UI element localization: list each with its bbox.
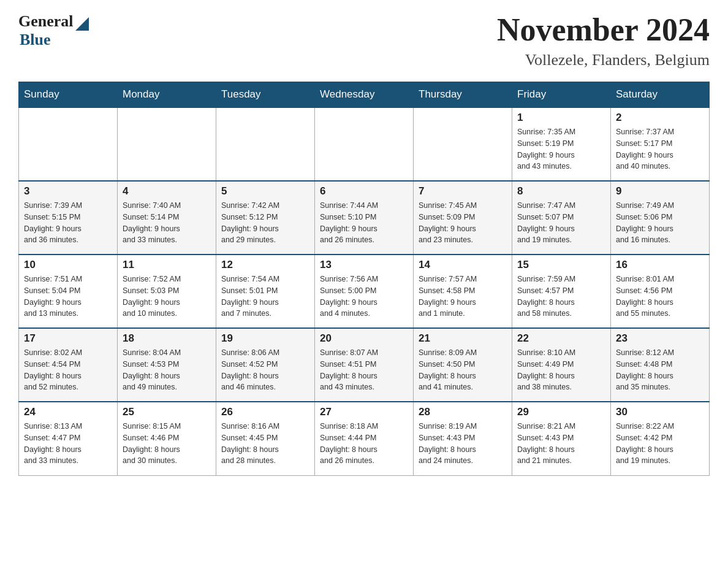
page-header: General Blue November 2024 Vollezele, Fl… (18, 12, 710, 69)
day-info: Sunrise: 8:13 AMSunset: 4:47 PMDaylight:… (24, 421, 112, 467)
weekday-header: Wednesday (315, 82, 414, 108)
day-number: 21 (419, 332, 507, 345)
calendar-cell: 28Sunrise: 8:19 AMSunset: 4:43 PMDayligh… (414, 402, 512, 475)
calendar-cell: 14Sunrise: 7:57 AMSunset: 4:58 PMDayligh… (414, 255, 512, 328)
calendar-cell: 8Sunrise: 7:47 AMSunset: 5:07 PMDaylight… (512, 181, 611, 255)
day-info: Sunrise: 7:37 AMSunset: 5:17 PMDaylight:… (616, 126, 704, 172)
calendar-cell: 23Sunrise: 8:12 AMSunset: 4:48 PMDayligh… (611, 328, 710, 402)
day-info: Sunrise: 7:54 AMSunset: 5:01 PMDaylight:… (221, 274, 309, 320)
weekday-header: Thursday (414, 82, 512, 108)
day-info: Sunrise: 8:19 AMSunset: 4:43 PMDaylight:… (419, 421, 507, 467)
day-info: Sunrise: 7:35 AMSunset: 5:19 PMDaylight:… (517, 126, 605, 172)
day-number: 20 (320, 332, 408, 345)
day-info: Sunrise: 7:40 AMSunset: 5:14 PMDaylight:… (123, 200, 211, 246)
calendar-table: SundayMondayTuesdayWednesdayThursdayFrid… (18, 82, 710, 476)
calendar-cell: 9Sunrise: 7:49 AMSunset: 5:06 PMDaylight… (611, 181, 710, 255)
calendar-cell: 29Sunrise: 8:21 AMSunset: 4:43 PMDayligh… (512, 402, 611, 475)
weekday-header: Monday (118, 82, 216, 108)
calendar-cell: 25Sunrise: 8:15 AMSunset: 4:46 PMDayligh… (118, 402, 216, 475)
day-info: Sunrise: 8:10 AMSunset: 4:49 PMDaylight:… (517, 347, 605, 393)
day-number: 28 (419, 406, 507, 418)
calendar-cell: 17Sunrise: 8:02 AMSunset: 4:54 PMDayligh… (19, 328, 118, 402)
day-info: Sunrise: 7:44 AMSunset: 5:10 PMDaylight:… (320, 200, 408, 246)
week-row: 10Sunrise: 7:51 AMSunset: 5:04 PMDayligh… (19, 255, 710, 328)
svg-marker-0 (75, 17, 89, 31)
day-info: Sunrise: 7:49 AMSunset: 5:06 PMDaylight:… (616, 200, 704, 246)
logo-blue-text: Blue (20, 31, 51, 48)
calendar-cell: 12Sunrise: 7:54 AMSunset: 5:01 PMDayligh… (216, 255, 315, 328)
calendar-cell: 6Sunrise: 7:44 AMSunset: 5:10 PMDaylight… (315, 181, 414, 255)
day-number: 5 (221, 185, 309, 197)
weekday-header-row: SundayMondayTuesdayWednesdayThursdayFrid… (19, 82, 710, 108)
day-number: 27 (320, 406, 408, 418)
calendar-cell: 27Sunrise: 8:18 AMSunset: 4:44 PMDayligh… (315, 402, 414, 475)
week-row: 1Sunrise: 7:35 AMSunset: 5:19 PMDaylight… (19, 107, 710, 181)
day-number: 23 (616, 332, 704, 345)
day-number: 4 (123, 185, 211, 197)
day-info: Sunrise: 7:42 AMSunset: 5:12 PMDaylight:… (221, 200, 309, 246)
day-number: 13 (320, 259, 408, 271)
day-number: 14 (419, 259, 507, 271)
day-number: 22 (517, 332, 605, 345)
day-info: Sunrise: 7:59 AMSunset: 4:57 PMDaylight:… (517, 274, 605, 320)
calendar-cell: 26Sunrise: 8:16 AMSunset: 4:45 PMDayligh… (216, 402, 315, 475)
page-subtitle: Vollezele, Flanders, Belgium (497, 51, 710, 69)
title-block: November 2024 Vollezele, Flanders, Belgi… (497, 12, 710, 69)
day-info: Sunrise: 7:47 AMSunset: 5:07 PMDaylight:… (517, 200, 605, 246)
calendar-cell (216, 107, 315, 181)
day-number: 19 (221, 332, 309, 345)
calendar-cell: 18Sunrise: 8:04 AMSunset: 4:53 PMDayligh… (118, 328, 216, 402)
page-title: November 2024 (497, 12, 710, 47)
calendar-cell: 11Sunrise: 7:52 AMSunset: 5:03 PMDayligh… (118, 255, 216, 328)
day-number: 29 (517, 406, 605, 418)
calendar-cell: 22Sunrise: 8:10 AMSunset: 4:49 PMDayligh… (512, 328, 611, 402)
day-number: 12 (221, 259, 309, 271)
week-row: 17Sunrise: 8:02 AMSunset: 4:54 PMDayligh… (19, 328, 710, 402)
calendar-cell (118, 107, 216, 181)
day-info: Sunrise: 8:06 AMSunset: 4:52 PMDaylight:… (221, 347, 309, 393)
day-number: 16 (616, 259, 704, 271)
calendar-cell: 20Sunrise: 8:07 AMSunset: 4:51 PMDayligh… (315, 328, 414, 402)
calendar-cell: 3Sunrise: 7:39 AMSunset: 5:15 PMDaylight… (19, 181, 118, 255)
day-number: 1 (517, 112, 605, 124)
calendar-cell: 19Sunrise: 8:06 AMSunset: 4:52 PMDayligh… (216, 328, 315, 402)
day-number: 11 (123, 259, 211, 271)
day-number: 8 (517, 185, 605, 197)
day-info: Sunrise: 8:16 AMSunset: 4:45 PMDaylight:… (221, 421, 309, 467)
calendar-cell: 1Sunrise: 7:35 AMSunset: 5:19 PMDaylight… (512, 107, 611, 181)
day-info: Sunrise: 7:52 AMSunset: 5:03 PMDaylight:… (123, 274, 211, 320)
day-number: 24 (24, 406, 112, 418)
day-info: Sunrise: 7:45 AMSunset: 5:09 PMDaylight:… (419, 200, 507, 246)
day-info: Sunrise: 8:12 AMSunset: 4:48 PMDaylight:… (616, 347, 704, 393)
day-info: Sunrise: 7:51 AMSunset: 5:04 PMDaylight:… (24, 274, 112, 320)
calendar-cell: 13Sunrise: 7:56 AMSunset: 5:00 PMDayligh… (315, 255, 414, 328)
day-number: 9 (616, 185, 704, 197)
day-number: 6 (320, 185, 408, 197)
calendar-cell (19, 107, 118, 181)
day-number: 18 (123, 332, 211, 345)
logo: General Blue (18, 12, 89, 49)
logo-general-text: General (18, 12, 74, 31)
weekday-header: Saturday (611, 82, 710, 108)
week-row: 3Sunrise: 7:39 AMSunset: 5:15 PMDaylight… (19, 181, 710, 255)
weekday-header: Sunday (19, 82, 118, 108)
calendar-cell: 15Sunrise: 7:59 AMSunset: 4:57 PMDayligh… (512, 255, 611, 328)
day-number: 26 (221, 406, 309, 418)
logo-triangle-icon (75, 17, 89, 31)
day-info: Sunrise: 8:07 AMSunset: 4:51 PMDaylight:… (320, 347, 408, 393)
calendar-cell: 24Sunrise: 8:13 AMSunset: 4:47 PMDayligh… (19, 402, 118, 475)
calendar-cell: 30Sunrise: 8:22 AMSunset: 4:42 PMDayligh… (611, 402, 710, 475)
day-number: 25 (123, 406, 211, 418)
day-number: 10 (24, 259, 112, 271)
day-info: Sunrise: 7:57 AMSunset: 4:58 PMDaylight:… (419, 274, 507, 320)
day-info: Sunrise: 8:04 AMSunset: 4:53 PMDaylight:… (123, 347, 211, 393)
week-row: 24Sunrise: 8:13 AMSunset: 4:47 PMDayligh… (19, 402, 710, 475)
day-number: 2 (616, 112, 704, 124)
calendar-cell: 21Sunrise: 8:09 AMSunset: 4:50 PMDayligh… (414, 328, 512, 402)
calendar-cell: 4Sunrise: 7:40 AMSunset: 5:14 PMDaylight… (118, 181, 216, 255)
day-info: Sunrise: 8:21 AMSunset: 4:43 PMDaylight:… (517, 421, 605, 467)
day-number: 3 (24, 185, 112, 197)
day-info: Sunrise: 7:39 AMSunset: 5:15 PMDaylight:… (24, 200, 112, 246)
day-info: Sunrise: 8:09 AMSunset: 4:50 PMDaylight:… (419, 347, 507, 393)
calendar-cell: 5Sunrise: 7:42 AMSunset: 5:12 PMDaylight… (216, 181, 315, 255)
